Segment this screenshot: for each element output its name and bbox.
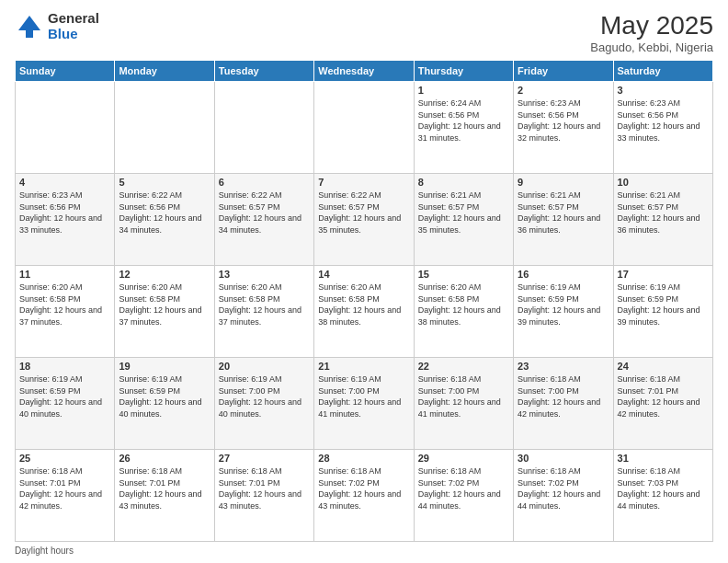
calendar-cell: 3Sunrise: 6:23 AM Sunset: 6:56 PM Daylig… xyxy=(613,82,712,174)
calendar-cell: 15Sunrise: 6:20 AM Sunset: 6:58 PM Dayli… xyxy=(414,266,513,358)
calendar-week-row: 18Sunrise: 6:19 AM Sunset: 6:59 PM Dayli… xyxy=(16,358,713,450)
day-info: Sunrise: 6:19 AM Sunset: 6:59 PM Dayligh… xyxy=(19,373,110,419)
calendar-cell: 11Sunrise: 6:20 AM Sunset: 6:58 PM Dayli… xyxy=(16,266,115,358)
calendar-cell: 16Sunrise: 6:19 AM Sunset: 6:59 PM Dayli… xyxy=(514,266,613,358)
day-number: 27 xyxy=(219,453,310,464)
calendar-cell: 22Sunrise: 6:18 AM Sunset: 7:00 PM Dayli… xyxy=(414,358,513,450)
day-number: 12 xyxy=(119,269,210,280)
day-info: Sunrise: 6:21 AM Sunset: 6:57 PM Dayligh… xyxy=(418,190,509,236)
calendar-week-row: 11Sunrise: 6:20 AM Sunset: 6:58 PM Dayli… xyxy=(16,266,713,358)
day-info: Sunrise: 6:20 AM Sunset: 6:58 PM Dayligh… xyxy=(219,282,310,327)
day-number: 3 xyxy=(618,85,709,96)
day-info: Sunrise: 6:19 AM Sunset: 6:59 PM Dayligh… xyxy=(618,282,709,327)
day-info: Sunrise: 6:18 AM Sunset: 7:00 PM Dayligh… xyxy=(518,373,609,419)
calendar-cell: 9Sunrise: 6:21 AM Sunset: 6:57 PM Daylig… xyxy=(514,174,613,266)
day-number: 9 xyxy=(518,177,609,188)
calendar-cell: 10Sunrise: 6:21 AM Sunset: 6:57 PM Dayli… xyxy=(613,174,712,266)
calendar-cell: 2Sunrise: 6:23 AM Sunset: 6:56 PM Daylig… xyxy=(514,82,613,174)
day-number: 23 xyxy=(518,361,609,372)
calendar-cell: 17Sunrise: 6:19 AM Sunset: 6:59 PM Dayli… xyxy=(613,266,712,358)
calendar-cell: 7Sunrise: 6:22 AM Sunset: 6:57 PM Daylig… xyxy=(314,174,414,266)
day-info: Sunrise: 6:22 AM Sunset: 6:57 PM Dayligh… xyxy=(219,190,310,236)
day-info: Sunrise: 6:19 AM Sunset: 7:00 PM Dayligh… xyxy=(318,373,409,419)
day-number: 21 xyxy=(318,361,409,372)
day-number: 1 xyxy=(418,85,509,96)
day-info: Sunrise: 6:18 AM Sunset: 7:03 PM Dayligh… xyxy=(618,465,709,511)
logo-text: General Blue xyxy=(48,11,99,41)
calendar-cell: 12Sunrise: 6:20 AM Sunset: 6:58 PM Dayli… xyxy=(115,266,214,358)
calendar-header-thursday: Thursday xyxy=(414,61,513,82)
calendar-cell: 19Sunrise: 6:19 AM Sunset: 6:59 PM Dayli… xyxy=(115,358,214,450)
calendar-header-tuesday: Tuesday xyxy=(214,61,313,82)
day-number: 8 xyxy=(418,177,509,188)
calendar-cell xyxy=(314,82,414,174)
day-info: Sunrise: 6:19 AM Sunset: 6:59 PM Dayligh… xyxy=(119,373,210,419)
calendar-cell: 8Sunrise: 6:21 AM Sunset: 6:57 PM Daylig… xyxy=(414,174,513,266)
calendar-header-monday: Monday xyxy=(115,61,214,82)
day-info: Sunrise: 6:20 AM Sunset: 6:58 PM Dayligh… xyxy=(119,282,210,327)
daylight-label: Daylight hours xyxy=(15,546,74,556)
calendar-cell: 13Sunrise: 6:20 AM Sunset: 6:58 PM Dayli… xyxy=(214,266,313,358)
day-info: Sunrise: 6:18 AM Sunset: 7:02 PM Dayligh… xyxy=(518,465,609,511)
calendar-cell xyxy=(214,82,313,174)
day-number: 24 xyxy=(618,361,709,372)
day-info: Sunrise: 6:18 AM Sunset: 7:00 PM Dayligh… xyxy=(418,373,509,419)
day-number: 17 xyxy=(618,269,709,280)
calendar-cell: 29Sunrise: 6:18 AM Sunset: 7:02 PM Dayli… xyxy=(414,450,513,542)
svg-rect-2 xyxy=(26,30,33,38)
day-info: Sunrise: 6:18 AM Sunset: 7:02 PM Dayligh… xyxy=(318,465,409,511)
location-subtitle: Bagudo, Kebbi, Nigeria xyxy=(590,40,713,54)
day-number: 4 xyxy=(19,177,110,188)
day-number: 25 xyxy=(19,453,110,464)
calendar-cell: 27Sunrise: 6:18 AM Sunset: 7:01 PM Dayli… xyxy=(214,450,313,542)
calendar-cell: 18Sunrise: 6:19 AM Sunset: 6:59 PM Dayli… xyxy=(16,358,115,450)
day-number: 26 xyxy=(119,453,210,464)
day-info: Sunrise: 6:19 AM Sunset: 7:00 PM Dayligh… xyxy=(219,373,310,419)
day-number: 22 xyxy=(418,361,509,372)
day-info: Sunrise: 6:22 AM Sunset: 6:57 PM Dayligh… xyxy=(318,190,409,236)
logo-general-text: General xyxy=(48,11,99,27)
logo-blue-text: Blue xyxy=(48,27,99,42)
calendar-cell: 26Sunrise: 6:18 AM Sunset: 7:01 PM Dayli… xyxy=(115,450,214,542)
day-number: 16 xyxy=(518,269,609,280)
day-number: 31 xyxy=(618,453,709,464)
calendar-cell: 23Sunrise: 6:18 AM Sunset: 7:00 PM Dayli… xyxy=(514,358,613,450)
calendar-cell: 14Sunrise: 6:20 AM Sunset: 6:58 PM Dayli… xyxy=(314,266,414,358)
calendar-cell: 28Sunrise: 6:18 AM Sunset: 7:02 PM Dayli… xyxy=(314,450,414,542)
day-info: Sunrise: 6:21 AM Sunset: 6:57 PM Dayligh… xyxy=(618,190,709,236)
logo: General Blue xyxy=(15,11,99,41)
day-info: Sunrise: 6:23 AM Sunset: 6:56 PM Dayligh… xyxy=(518,98,609,144)
day-info: Sunrise: 6:23 AM Sunset: 6:56 PM Dayligh… xyxy=(19,190,110,236)
day-info: Sunrise: 6:18 AM Sunset: 7:01 PM Dayligh… xyxy=(219,465,310,511)
day-info: Sunrise: 6:18 AM Sunset: 7:01 PM Dayligh… xyxy=(119,465,210,511)
calendar-cell: 6Sunrise: 6:22 AM Sunset: 6:57 PM Daylig… xyxy=(214,174,313,266)
day-info: Sunrise: 6:20 AM Sunset: 6:58 PM Dayligh… xyxy=(418,282,509,327)
logo-icon xyxy=(15,12,44,41)
day-number: 13 xyxy=(219,269,310,280)
calendar-cell: 5Sunrise: 6:22 AM Sunset: 6:56 PM Daylig… xyxy=(115,174,214,266)
day-number: 7 xyxy=(318,177,409,188)
day-info: Sunrise: 6:18 AM Sunset: 7:01 PM Dayligh… xyxy=(618,373,709,419)
page: General Blue May 2025 Bagudo, Kebbi, Nig… xyxy=(0,0,728,563)
calendar-cell: 4Sunrise: 6:23 AM Sunset: 6:56 PM Daylig… xyxy=(16,174,115,266)
calendar-week-row: 4Sunrise: 6:23 AM Sunset: 6:56 PM Daylig… xyxy=(16,174,713,266)
day-info: Sunrise: 6:24 AM Sunset: 6:56 PM Dayligh… xyxy=(418,98,509,144)
header: General Blue May 2025 Bagudo, Kebbi, Nig… xyxy=(15,11,713,54)
calendar-header-sunday: Sunday xyxy=(16,61,115,82)
day-number: 20 xyxy=(219,361,310,372)
calendar-header-row: SundayMondayTuesdayWednesdayThursdayFrid… xyxy=(16,61,713,82)
day-info: Sunrise: 6:21 AM Sunset: 6:57 PM Dayligh… xyxy=(518,190,609,236)
day-info: Sunrise: 6:20 AM Sunset: 6:58 PM Dayligh… xyxy=(318,282,409,327)
day-number: 15 xyxy=(418,269,509,280)
day-info: Sunrise: 6:22 AM Sunset: 6:56 PM Dayligh… xyxy=(119,190,210,236)
calendar-header-friday: Friday xyxy=(514,61,613,82)
calendar-cell: 25Sunrise: 6:18 AM Sunset: 7:01 PM Dayli… xyxy=(16,450,115,542)
day-number: 30 xyxy=(518,453,609,464)
calendar-header-wednesday: Wednesday xyxy=(314,61,414,82)
day-number: 28 xyxy=(318,453,409,464)
day-number: 2 xyxy=(518,85,609,96)
day-info: Sunrise: 6:18 AM Sunset: 7:01 PM Dayligh… xyxy=(19,465,110,511)
day-number: 11 xyxy=(19,269,110,280)
calendar-cell xyxy=(16,82,115,174)
calendar-cell: 1Sunrise: 6:24 AM Sunset: 6:56 PM Daylig… xyxy=(414,82,513,174)
